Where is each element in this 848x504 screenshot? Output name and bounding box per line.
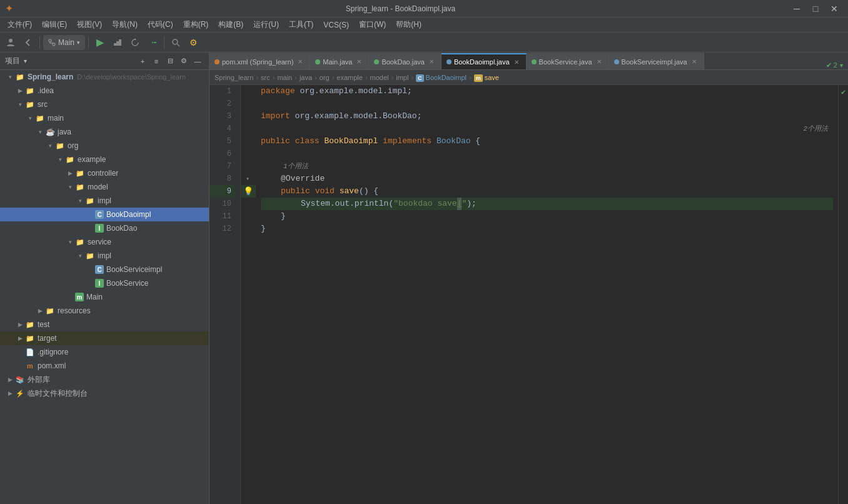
tree-item-scratch[interactable]: ▶ ⚡ 临时文件和控制台 — [0, 386, 209, 400]
pom-icon: m — [25, 361, 35, 371]
code-editor[interactable]: 1 2 3 4 5 6 7 8 9 10 11 12 — [209, 85, 848, 504]
tab-close-bookserviceimpl[interactable]: ✕ — [690, 58, 699, 66]
close-button[interactable]: ✕ — [825, 0, 843, 18]
code-content[interactable]: package org.example.model.impl; import o… — [256, 85, 838, 504]
menu-run[interactable]: 运行(U) — [248, 18, 284, 33]
menu-navigate[interactable]: 导航(N) — [107, 18, 143, 33]
tab-pom[interactable]: pom.xml (Spring_learn) ✕ — [209, 53, 310, 69]
menu-view[interactable]: 视图(V) — [72, 18, 107, 33]
menu-edit[interactable]: 编辑(E) — [37, 18, 72, 33]
tree-item-java[interactable]: ▾ ☕ java — [0, 125, 209, 139]
titlebar-title: Spring_learn - BookDaoimpl.java — [346, 4, 455, 13]
tree-item-idea[interactable]: ▶ 📁 .idea — [0, 84, 209, 98]
gutter-line-8[interactable]: ▾ — [241, 173, 256, 185]
branch-selector[interactable]: Main ▾ — [43, 35, 85, 50]
tab-close-bookdao[interactable]: ✕ — [427, 58, 436, 66]
build-button[interactable] — [109, 34, 126, 51]
settings-button[interactable]: ⚙ — [185, 34, 201, 51]
line-num-8: 8 — [209, 173, 235, 185]
menu-help[interactable]: 帮助(H) — [391, 18, 427, 33]
breadcrumb-model[interactable]: model — [370, 74, 389, 81]
menu-code[interactable]: 代码(C) — [143, 18, 178, 33]
bulb-icon[interactable]: 💡 — [243, 186, 253, 196]
sidebar-hide-button[interactable]: — — [191, 55, 204, 68]
fold-icon[interactable]: ▾ — [246, 175, 250, 183]
tree-item-pom[interactable]: m pom.xml — [0, 359, 209, 373]
tree-arrow: ▾ — [15, 99, 25, 109]
folder-icon: 📁 — [55, 141, 65, 151]
folder-icon: 📁 — [65, 154, 75, 164]
menu-refactor[interactable]: 重构(R) — [178, 18, 214, 33]
breadcrumb-main[interactable]: main — [277, 74, 292, 81]
tree-item-bookdao[interactable]: I BookDao — [0, 221, 209, 235]
reload-button[interactable] — [127, 34, 143, 51]
tab-label: pom.xml (Spring_learn) — [222, 58, 293, 66]
tab-close-bookservice[interactable]: ✕ — [595, 58, 603, 66]
tree-item-external-libs[interactable]: ▶ 📚 外部库 — [0, 373, 209, 386]
tree-item-bookdaoimpl[interactable]: C BookDaoimpl — [0, 208, 209, 221]
toolbar-separator-3 — [164, 36, 164, 49]
code-line-11: } — [261, 223, 833, 235]
breadcrumb-spring-learn[interactable]: Spring_learn — [215, 74, 253, 81]
line-num-3: 3 — [209, 110, 235, 123]
tree-item-controller[interactable]: ▶ 📁 controller — [0, 166, 209, 180]
add-new-button[interactable]: + — [136, 55, 149, 68]
tree-arrow: ▾ — [35, 127, 45, 137]
tree-item-spring-learn[interactable]: ▾ 📁 Spring_learn D:\develop\workspace\Sp… — [0, 70, 209, 84]
svg-point-8 — [173, 39, 178, 44]
tree-item-target[interactable]: ▶ 📁 target — [0, 331, 209, 345]
project-sidebar: 项目 ▾ + ≡ ⊟ ⚙ — ▾ 📁 Spring_learn D:\devel… — [0, 53, 209, 504]
tree-item-gitignore[interactable]: 📄 .gitignore — [0, 345, 209, 359]
tree-item-org[interactable]: ▾ 📁 org — [0, 139, 209, 153]
tab-close-bookdaoimpl[interactable]: ✕ — [512, 58, 521, 66]
tree-item-bookserviceimpl[interactable]: C BookServiceimpl — [0, 263, 209, 276]
search-everywhere-button[interactable] — [168, 34, 184, 51]
svg-point-1 — [49, 39, 51, 42]
code-line-4: 2个用法 — [261, 123, 833, 135]
breadcrumb-example[interactable]: example — [336, 74, 363, 81]
tree-item-main[interactable]: ▾ 📁 main — [0, 111, 209, 125]
tab-bookserviceimpl[interactable]: BookServiceimpl.java ✕ — [609, 53, 704, 69]
tab-close-main[interactable]: ✕ — [355, 58, 363, 66]
tree-arrow: ▶ — [15, 86, 25, 96]
breadcrumb-src[interactable]: src — [261, 74, 270, 81]
tree-item-main-class[interactable]: m Main — [0, 290, 209, 304]
sidebar-settings-button[interactable]: ⚙ — [178, 55, 190, 68]
tab-bookservice[interactable]: BookService.java ✕ — [527, 53, 609, 69]
tree-item-resources[interactable]: ▶ 📁 resources — [0, 304, 209, 318]
usage-hint-2: 2个用法 — [803, 123, 828, 135]
collapse-all-button[interactable]: ⊟ — [164, 55, 176, 68]
breadcrumb-impl[interactable]: impl — [396, 74, 408, 81]
tree-item-bookservice[interactable]: I BookService — [0, 276, 209, 290]
tree-item-service-impl[interactable]: ▾ 📁 impl — [0, 249, 209, 263]
profile-button[interactable] — [3, 34, 19, 51]
sync-files-button[interactable]: ≡ — [150, 55, 163, 68]
breadcrumb-sep: › — [256, 74, 258, 81]
back-button[interactable] — [20, 34, 36, 51]
breadcrumb-save[interactable]: msave — [474, 74, 499, 81]
tree-item-service[interactable]: ▾ 📁 service — [0, 235, 209, 249]
breadcrumb-bookdaoimpl[interactable]: CBookDaoimpl — [416, 74, 467, 81]
tree-item-test[interactable]: ▶ 📁 test — [0, 318, 209, 331]
project-dropdown-icon[interactable]: ▾ — [24, 58, 27, 64]
tree-item-src[interactable]: ▾ 📁 src — [0, 98, 209, 111]
tree-item-example[interactable]: ▾ 📁 example — [0, 153, 209, 166]
maximize-button[interactable]: □ — [807, 0, 824, 18]
menu-build[interactable]: 构建(B) — [213, 18, 248, 33]
tab-close-pom[interactable]: ✕ — [296, 58, 305, 66]
tab-bookdao[interactable]: BookDao.java ✕ — [369, 53, 442, 69]
tree-arrow: ▾ — [75, 196, 85, 206]
tree-item-impl[interactable]: ▾ 📁 impl — [0, 194, 209, 208]
minimize-button[interactable]: ─ — [788, 0, 805, 18]
menu-window[interactable]: 窗口(W) — [354, 18, 391, 33]
breadcrumb-java[interactable]: java — [300, 74, 312, 81]
run-button[interactable]: ▶ — [92, 34, 108, 51]
menu-vcs[interactable]: VCS(S) — [318, 18, 354, 33]
menu-file[interactable]: 文件(F) — [3, 18, 37, 33]
more-run-button[interactable] — [144, 34, 161, 51]
tab-main[interactable]: Main.java ✕ — [310, 53, 369, 69]
breadcrumb-org[interactable]: org — [320, 74, 330, 81]
tab-bookdaoimpl[interactable]: BookDaoimpl.java ✕ — [442, 53, 527, 69]
tree-item-model[interactable]: ▾ 📁 model — [0, 180, 209, 194]
menu-tools[interactable]: 工具(T) — [284, 18, 318, 33]
